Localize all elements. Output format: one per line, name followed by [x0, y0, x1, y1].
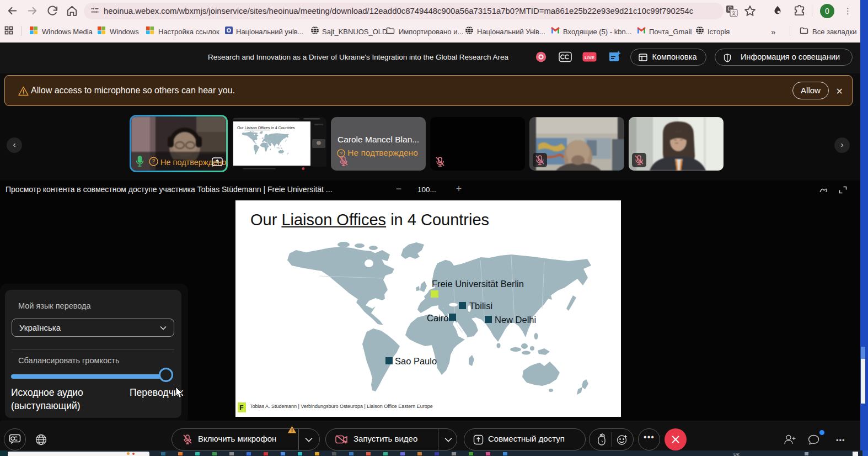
svg-text:?: ?: [152, 158, 156, 165]
svg-text:Sao Paulo: Sao Paulo: [395, 356, 437, 366]
svg-text:Freie Universität Berlin: Freie Universität Berlin: [432, 279, 524, 289]
svg-text:Our Liaison Offices in 4 Count: Our Liaison Offices in 4 Countries: [237, 126, 295, 130]
svg-text:F: F: [239, 404, 244, 412]
svg-text:LIVE: LIVE: [585, 55, 594, 60]
svg-text:Cairo: Cairo: [427, 313, 448, 323]
svg-text:文: 文: [731, 10, 736, 16]
svg-text:Tbilisi: Tbilisi: [469, 301, 492, 311]
svg-text:New Delhi: New Delhi: [495, 315, 536, 325]
